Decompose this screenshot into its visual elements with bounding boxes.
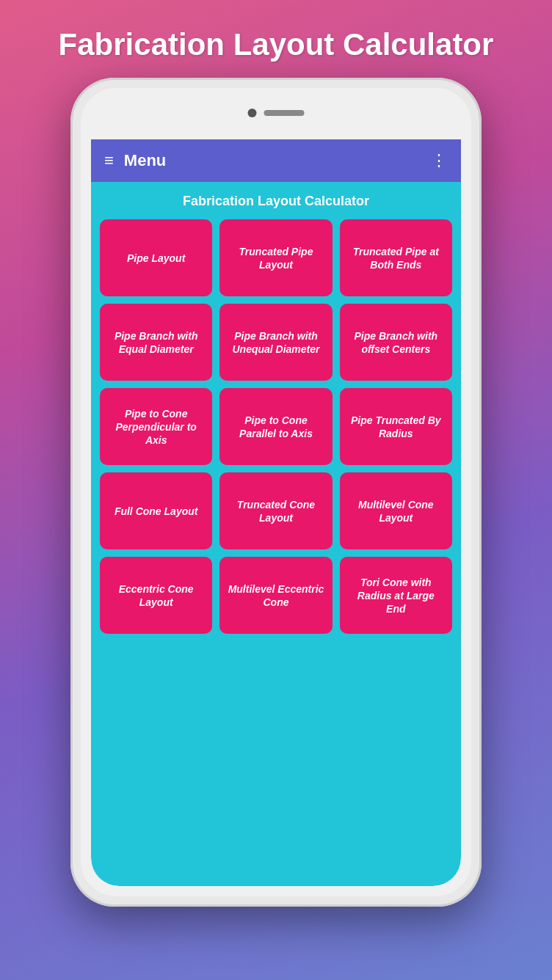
section-title: Fabrication Layout Calculator [100,194,452,209]
phone-notch [248,109,305,117]
grid-item-label-full-cone-layout: Full Cone Layout [115,505,198,518]
grid-item-eccentric-cone-layout[interactable]: Eccentric Cone Layout [100,557,212,634]
grid-item-pipe-cone-perpendicular[interactable]: Pipe to Cone Perpendicular to Axis [100,388,212,465]
hamburger-icon[interactable]: ≡ [104,153,114,169]
calculator-grid: Pipe LayoutTruncated Pipe LayoutTruncate… [100,219,452,634]
grid-item-pipe-layout[interactable]: Pipe Layout [100,219,212,296]
phone-frame: ≡ Menu ⋮ Fabrication Layout Calculator P… [70,78,482,907]
page-title: Fabrication Layout Calculator [59,26,494,63]
grid-item-multilevel-eccentric-cone[interactable]: Multilevel Eccentric Cone [219,557,332,634]
grid-item-label-truncated-pipe-both-ends: Truncated Pipe at Both Ends [347,245,445,271]
grid-item-multilevel-cone-layout[interactable]: Multilevel Cone Layout [340,472,452,549]
grid-item-truncated-pipe-layout[interactable]: Truncated Pipe Layout [219,219,332,296]
grid-item-label-pipe-branch-offset: Pipe Branch with offset Centers [347,329,445,356]
app-bar: ≡ Menu ⋮ [91,139,461,182]
grid-item-label-eccentric-cone-layout: Eccentric Cone Layout [107,582,205,609]
grid-item-pipe-branch-offset[interactable]: Pipe Branch with offset Centers [340,304,452,381]
grid-item-label-truncated-cone-layout: Truncated Cone Layout [227,498,324,524]
grid-item-label-pipe-cone-perpendicular: Pipe to Cone Perpendicular to Axis [107,407,205,447]
grid-item-pipe-branch-unequal[interactable]: Pipe Branch with Unequal Diameter [219,304,332,381]
more-options-icon[interactable]: ⋮ [431,151,448,170]
grid-item-label-pipe-layout: Pipe Layout [127,252,185,265]
grid-item-full-cone-layout[interactable]: Full Cone Layout [100,472,212,549]
phone-screen: ≡ Menu ⋮ Fabrication Layout Calculator P… [91,139,461,886]
grid-item-label-truncated-pipe-layout: Truncated Pipe Layout [227,245,324,271]
grid-item-label-pipe-branch-equal: Pipe Branch with Equal Diameter [107,329,205,356]
grid-item-pipe-truncated-radius[interactable]: Pipe Truncated By Radius [340,388,452,465]
grid-item-pipe-branch-equal[interactable]: Pipe Branch with Equal Diameter [100,304,212,381]
grid-item-pipe-cone-parallel[interactable]: Pipe to Cone Parallel to Axis [219,388,332,465]
grid-item-label-multilevel-cone-layout: Multilevel Cone Layout [347,498,445,524]
camera-icon [248,109,257,117]
menu-label: Menu [124,151,431,170]
grid-item-label-pipe-branch-unequal: Pipe Branch with Unequal Diameter [227,329,324,356]
phone-inner: ≡ Menu ⋮ Fabrication Layout Calculator P… [81,88,471,896]
grid-item-label-multilevel-eccentric-cone: Multilevel Eccentric Cone [227,582,324,609]
grid-item-label-pipe-truncated-radius: Pipe Truncated By Radius [347,414,445,440]
grid-item-label-pipe-cone-parallel: Pipe to Cone Parallel to Axis [227,414,324,440]
grid-item-truncated-pipe-both-ends[interactable]: Truncated Pipe at Both Ends [340,219,452,296]
grid-item-label-tori-cone-large-end: Tori Cone with Radius at Large End [347,576,445,616]
speaker-icon [264,110,305,116]
grid-item-truncated-cone-layout[interactable]: Truncated Cone Layout [219,472,332,549]
grid-item-tori-cone-large-end[interactable]: Tori Cone with Radius at Large End [340,557,452,634]
main-content: Fabrication Layout Calculator Pipe Layou… [91,182,461,886]
phone-outer: ≡ Menu ⋮ Fabrication Layout Calculator P… [70,78,482,907]
